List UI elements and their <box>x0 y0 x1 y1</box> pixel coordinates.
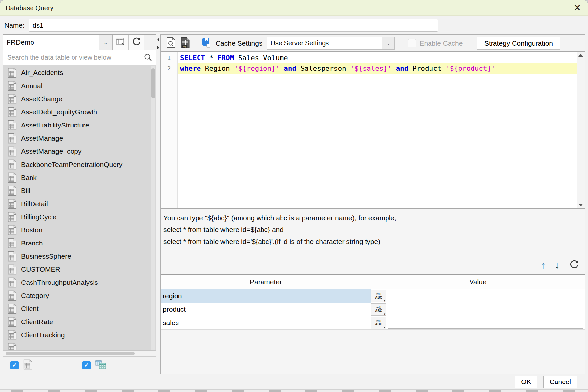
table-list-item[interactable]: BillingCycle <box>3 210 156 224</box>
preview-icon <box>166 37 176 48</box>
table-list-item[interactable]: AssetManage <box>3 132 156 145</box>
table-list-item[interactable]: ClientTracking <box>3 328 156 342</box>
refresh-parameters-icon[interactable] <box>569 259 579 271</box>
table-list-item[interactable]: Bill <box>3 184 156 197</box>
table-icon <box>8 133 17 144</box>
toolbar-separator <box>196 38 196 49</box>
show-views-checkbox[interactable]: ✓ <box>82 361 91 369</box>
string-type-icon[interactable]: ≋UABC▾ <box>371 290 386 302</box>
table-list-item-label: BusinessSphere <box>21 252 71 260</box>
sql-line[interactable]: SELECT * FROM Sales_Volume <box>178 53 577 63</box>
table-icon <box>8 317 17 327</box>
table-list-hscrollbar-thumb[interactable] <box>6 352 135 355</box>
table-list-item[interactable]: CUSTOMER <box>3 263 156 276</box>
sql-editor-scrollbar[interactable] <box>577 52 585 208</box>
string-type-icon[interactable]: ≋UABC▾ <box>371 317 386 329</box>
sql-line-number: 1 <box>161 53 177 63</box>
scroll-down-icon[interactable] <box>578 204 583 206</box>
chevron-down-icon: ⌄ <box>99 35 112 50</box>
string-type-icon[interactable]: ≋UABC▾ <box>371 303 386 316</box>
sql-file-button[interactable]: SQL <box>180 37 190 49</box>
table-list-item-label: Annual <box>21 82 42 90</box>
table-list: Air_AccidentsAnnualAssetChangeAssetDebt_… <box>3 65 156 350</box>
parameter-name-cell[interactable]: region <box>161 289 371 303</box>
search-icon <box>144 53 152 63</box>
table-list-item[interactable]: Annual <box>3 79 156 92</box>
connection-select-value: FRDemo <box>7 38 34 46</box>
sql-code-area[interactable]: SELECT * FROM Sales_Volumewhere Region='… <box>178 52 577 208</box>
cache-mode-select[interactable]: Use Server Settings ⌄ <box>267 37 395 50</box>
table-list-item[interactable]: ClientRate <box>3 315 156 328</box>
cache-save-button[interactable] <box>201 37 211 49</box>
edit-connection-button[interactable] <box>113 35 128 50</box>
connection-select[interactable]: FRDemo ⌄ <box>3 35 113 50</box>
parameter-row[interactable]: region≋UABC▾ <box>161 289 585 303</box>
sql-line[interactable]: where Region='${region}' and Salesperson… <box>178 63 577 74</box>
table-list-scrollbar-thumb[interactable] <box>151 68 155 98</box>
enable-cache-checkbox[interactable] <box>408 39 416 47</box>
panel-splitter[interactable] <box>156 34 160 374</box>
table-list-item[interactable]: AssetLiabilityStructure <box>3 119 156 132</box>
help-text: You can type "${abc}" (among which abc i… <box>163 212 585 247</box>
close-icon[interactable]: ✕ <box>572 3 582 12</box>
table-list-hscrollbar[interactable] <box>3 350 156 356</box>
table-list-item-partial[interactable] <box>3 342 156 350</box>
table-list-item-label: BillingCycle <box>21 213 57 221</box>
dialog-title: Database Query <box>6 4 53 12</box>
background-window-edge <box>0 389 588 392</box>
table-list-item[interactable]: Client <box>3 302 156 315</box>
table-list-item-label: Bill <box>21 187 30 195</box>
help-line: You can type "${abc}" (among which abc i… <box>163 212 585 224</box>
table-list-item[interactable]: BillDetail <box>3 197 156 210</box>
parameter-name-cell[interactable]: sales <box>161 316 371 329</box>
table-list-item-label: Boston <box>21 226 42 234</box>
search-row <box>3 50 156 65</box>
table-filter-icon <box>23 359 32 371</box>
table-list-item[interactable]: AssetDebt_equityGrowth <box>3 106 156 119</box>
table-list-item-label: AssetManage <box>21 134 63 142</box>
table-list-item[interactable]: Bank <box>3 171 156 184</box>
table-list-item[interactable]: Category <box>3 289 156 302</box>
search-input[interactable] <box>3 50 156 65</box>
table-list-item[interactable]: AssetManage_copy <box>3 145 156 158</box>
refresh-connection-button[interactable] <box>128 35 144 50</box>
edit-connection-icon <box>116 37 126 48</box>
parameter-help-area: You can type "${abc}" (among which abc i… <box>161 209 585 274</box>
table-list-item[interactable]: Air_Accidents <box>3 66 156 79</box>
table-list-item-label: AssetDebt_equityGrowth <box>21 108 97 116</box>
table-icon <box>8 186 17 196</box>
parameter-value-input[interactable] <box>388 304 583 315</box>
table-list-item[interactable]: Branch <box>3 237 156 250</box>
cancel-button[interactable]: Cancel <box>543 376 577 388</box>
parameter-value-input[interactable] <box>388 317 583 329</box>
ok-button[interactable]: OK <box>515 376 537 388</box>
table-list-item-label: Client <box>21 305 39 313</box>
table-list-item[interactable]: Boston <box>3 224 156 237</box>
move-up-icon[interactable]: ↑ <box>541 260 546 270</box>
parameter-name-cell[interactable]: product <box>161 303 371 316</box>
table-icon <box>8 146 17 157</box>
preview-button[interactable] <box>166 37 176 49</box>
scroll-up-icon[interactable] <box>578 54 583 57</box>
strategy-configuration-button[interactable]: Strategy Configuration <box>477 37 560 50</box>
table-icon <box>8 343 17 350</box>
parameter-row[interactable]: product≋UABC▾ <box>161 303 585 316</box>
parameter-row[interactable]: sales≋UABC▾ <box>161 316 585 330</box>
show-tables-checkbox[interactable]: ✓ <box>10 361 19 369</box>
collapse-right-icon[interactable] <box>157 46 159 49</box>
table-list-scrollbar[interactable] <box>151 66 155 350</box>
collapse-left-icon[interactable] <box>157 38 159 42</box>
table-list-item[interactable]: BackboneTeamPenetrationQuery <box>3 158 156 171</box>
table-list-item[interactable]: CashThroughputAnalysis <box>3 276 156 289</box>
table-list-item-label: ClientRate <box>21 318 53 326</box>
table-list-item[interactable]: BusinessSphere <box>3 250 156 263</box>
table-list-item[interactable]: AssetChange <box>3 92 156 106</box>
table-icon <box>8 330 17 340</box>
name-input[interactable] <box>29 19 438 32</box>
query-toolbar: SQL Cache Settings Use Server Settings ⌄ <box>161 35 585 51</box>
parameter-value-input[interactable] <box>388 290 583 302</box>
table-icon <box>8 212 17 222</box>
move-down-icon[interactable]: ↓ <box>555 260 560 270</box>
value-column-header: Value <box>371 275 585 289</box>
table-icon <box>8 199 17 209</box>
